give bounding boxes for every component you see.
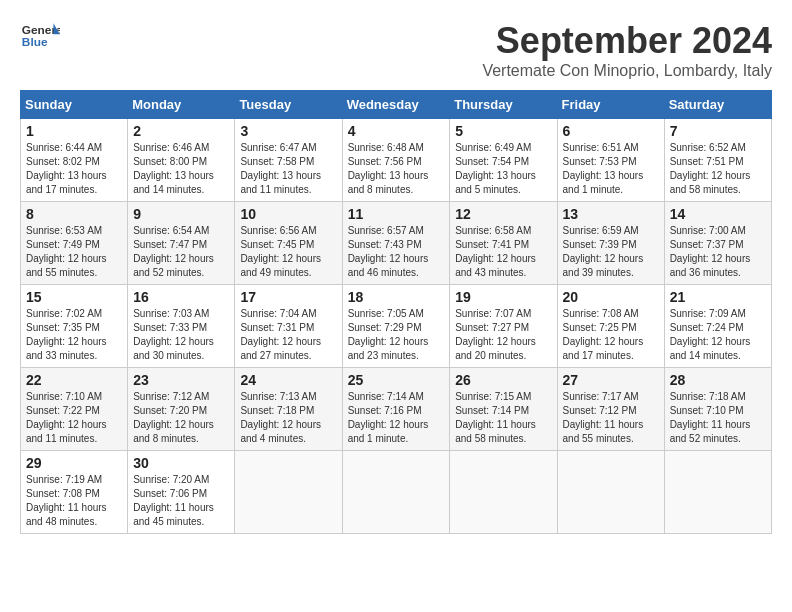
day-number: 15: [26, 289, 122, 305]
day-number: 2: [133, 123, 229, 139]
week-row-2: 8Sunrise: 6:53 AM Sunset: 7:49 PM Daylig…: [21, 202, 772, 285]
calendar-table: SundayMondayTuesdayWednesdayThursdayFrid…: [20, 90, 772, 534]
day-number: 9: [133, 206, 229, 222]
calendar-cell: 24Sunrise: 7:13 AM Sunset: 7:18 PM Dayli…: [235, 368, 342, 451]
calendar-cell: 12Sunrise: 6:58 AM Sunset: 7:41 PM Dayli…: [450, 202, 557, 285]
day-info: Sunrise: 7:04 AM Sunset: 7:31 PM Dayligh…: [240, 307, 336, 363]
day-info: Sunrise: 7:14 AM Sunset: 7:16 PM Dayligh…: [348, 390, 445, 446]
month-title: September 2024: [482, 20, 772, 62]
day-info: Sunrise: 6:58 AM Sunset: 7:41 PM Dayligh…: [455, 224, 551, 280]
calendar-cell: [235, 451, 342, 534]
day-number: 29: [26, 455, 122, 471]
day-info: Sunrise: 7:15 AM Sunset: 7:14 PM Dayligh…: [455, 390, 551, 446]
day-info: Sunrise: 7:07 AM Sunset: 7:27 PM Dayligh…: [455, 307, 551, 363]
day-info: Sunrise: 7:17 AM Sunset: 7:12 PM Dayligh…: [563, 390, 659, 446]
calendar-cell: 13Sunrise: 6:59 AM Sunset: 7:39 PM Dayli…: [557, 202, 664, 285]
day-info: Sunrise: 7:10 AM Sunset: 7:22 PM Dayligh…: [26, 390, 122, 446]
day-number: 30: [133, 455, 229, 471]
day-info: Sunrise: 7:20 AM Sunset: 7:06 PM Dayligh…: [133, 473, 229, 529]
calendar-cell: 26Sunrise: 7:15 AM Sunset: 7:14 PM Dayli…: [450, 368, 557, 451]
week-row-4: 22Sunrise: 7:10 AM Sunset: 7:22 PM Dayli…: [21, 368, 772, 451]
weekday-header-wednesday: Wednesday: [342, 91, 450, 119]
weekday-header-monday: Monday: [128, 91, 235, 119]
day-number: 14: [670, 206, 766, 222]
day-info: Sunrise: 6:44 AM Sunset: 8:02 PM Dayligh…: [26, 141, 122, 197]
day-info: Sunrise: 7:02 AM Sunset: 7:35 PM Dayligh…: [26, 307, 122, 363]
day-number: 18: [348, 289, 445, 305]
location-title: Vertemate Con Minoprio, Lombardy, Italy: [482, 62, 772, 80]
calendar-cell: 30Sunrise: 7:20 AM Sunset: 7:06 PM Dayli…: [128, 451, 235, 534]
day-number: 7: [670, 123, 766, 139]
day-info: Sunrise: 6:48 AM Sunset: 7:56 PM Dayligh…: [348, 141, 445, 197]
day-info: Sunrise: 7:12 AM Sunset: 7:20 PM Dayligh…: [133, 390, 229, 446]
day-number: 12: [455, 206, 551, 222]
day-number: 21: [670, 289, 766, 305]
calendar-cell: 5Sunrise: 6:49 AM Sunset: 7:54 PM Daylig…: [450, 119, 557, 202]
day-info: Sunrise: 7:05 AM Sunset: 7:29 PM Dayligh…: [348, 307, 445, 363]
day-info: Sunrise: 7:13 AM Sunset: 7:18 PM Dayligh…: [240, 390, 336, 446]
day-info: Sunrise: 6:51 AM Sunset: 7:53 PM Dayligh…: [563, 141, 659, 197]
day-number: 3: [240, 123, 336, 139]
day-number: 27: [563, 372, 659, 388]
calendar-cell: 8Sunrise: 6:53 AM Sunset: 7:49 PM Daylig…: [21, 202, 128, 285]
day-info: Sunrise: 7:00 AM Sunset: 7:37 PM Dayligh…: [670, 224, 766, 280]
calendar-cell: 11Sunrise: 6:57 AM Sunset: 7:43 PM Dayli…: [342, 202, 450, 285]
calendar-cell: 18Sunrise: 7:05 AM Sunset: 7:29 PM Dayli…: [342, 285, 450, 368]
day-number: 11: [348, 206, 445, 222]
day-number: 19: [455, 289, 551, 305]
day-number: 24: [240, 372, 336, 388]
day-info: Sunrise: 6:49 AM Sunset: 7:54 PM Dayligh…: [455, 141, 551, 197]
weekday-header-tuesday: Tuesday: [235, 91, 342, 119]
day-info: Sunrise: 6:57 AM Sunset: 7:43 PM Dayligh…: [348, 224, 445, 280]
day-number: 23: [133, 372, 229, 388]
day-info: Sunrise: 7:18 AM Sunset: 7:10 PM Dayligh…: [670, 390, 766, 446]
day-info: Sunrise: 7:19 AM Sunset: 7:08 PM Dayligh…: [26, 473, 122, 529]
week-row-5: 29Sunrise: 7:19 AM Sunset: 7:08 PM Dayli…: [21, 451, 772, 534]
day-info: Sunrise: 7:03 AM Sunset: 7:33 PM Dayligh…: [133, 307, 229, 363]
calendar-cell: [342, 451, 450, 534]
title-section: September 2024 Vertemate Con Minoprio, L…: [482, 20, 772, 80]
day-number: 5: [455, 123, 551, 139]
calendar-cell: 22Sunrise: 7:10 AM Sunset: 7:22 PM Dayli…: [21, 368, 128, 451]
calendar-cell: 9Sunrise: 6:54 AM Sunset: 7:47 PM Daylig…: [128, 202, 235, 285]
day-info: Sunrise: 7:08 AM Sunset: 7:25 PM Dayligh…: [563, 307, 659, 363]
calendar-cell: [664, 451, 771, 534]
calendar-cell: 3Sunrise: 6:47 AM Sunset: 7:58 PM Daylig…: [235, 119, 342, 202]
calendar-cell: 23Sunrise: 7:12 AM Sunset: 7:20 PM Dayli…: [128, 368, 235, 451]
day-info: Sunrise: 6:52 AM Sunset: 7:51 PM Dayligh…: [670, 141, 766, 197]
calendar-cell: 6Sunrise: 6:51 AM Sunset: 7:53 PM Daylig…: [557, 119, 664, 202]
day-info: Sunrise: 6:56 AM Sunset: 7:45 PM Dayligh…: [240, 224, 336, 280]
calendar-cell: 14Sunrise: 7:00 AM Sunset: 7:37 PM Dayli…: [664, 202, 771, 285]
calendar-cell: 1Sunrise: 6:44 AM Sunset: 8:02 PM Daylig…: [21, 119, 128, 202]
calendar-cell: 21Sunrise: 7:09 AM Sunset: 7:24 PM Dayli…: [664, 285, 771, 368]
weekday-header-thursday: Thursday: [450, 91, 557, 119]
calendar-cell: 7Sunrise: 6:52 AM Sunset: 7:51 PM Daylig…: [664, 119, 771, 202]
page-header: General Blue September 2024 Vertemate Co…: [20, 20, 772, 80]
calendar-cell: [557, 451, 664, 534]
day-info: Sunrise: 6:54 AM Sunset: 7:47 PM Dayligh…: [133, 224, 229, 280]
calendar-cell: 28Sunrise: 7:18 AM Sunset: 7:10 PM Dayli…: [664, 368, 771, 451]
calendar-cell: 2Sunrise: 6:46 AM Sunset: 8:00 PM Daylig…: [128, 119, 235, 202]
day-number: 26: [455, 372, 551, 388]
day-number: 25: [348, 372, 445, 388]
day-info: Sunrise: 6:46 AM Sunset: 8:00 PM Dayligh…: [133, 141, 229, 197]
day-number: 10: [240, 206, 336, 222]
day-number: 4: [348, 123, 445, 139]
calendar-cell: [450, 451, 557, 534]
day-number: 16: [133, 289, 229, 305]
day-info: Sunrise: 6:47 AM Sunset: 7:58 PM Dayligh…: [240, 141, 336, 197]
calendar-cell: 25Sunrise: 7:14 AM Sunset: 7:16 PM Dayli…: [342, 368, 450, 451]
calendar-cell: 19Sunrise: 7:07 AM Sunset: 7:27 PM Dayli…: [450, 285, 557, 368]
logo: General Blue: [20, 20, 60, 50]
day-number: 17: [240, 289, 336, 305]
weekday-header-row: SundayMondayTuesdayWednesdayThursdayFrid…: [21, 91, 772, 119]
calendar-cell: 10Sunrise: 6:56 AM Sunset: 7:45 PM Dayli…: [235, 202, 342, 285]
day-number: 8: [26, 206, 122, 222]
calendar-cell: 15Sunrise: 7:02 AM Sunset: 7:35 PM Dayli…: [21, 285, 128, 368]
svg-text:Blue: Blue: [22, 35, 48, 49]
day-number: 28: [670, 372, 766, 388]
calendar-cell: 27Sunrise: 7:17 AM Sunset: 7:12 PM Dayli…: [557, 368, 664, 451]
logo-icon: General Blue: [20, 20, 60, 50]
calendar-cell: 20Sunrise: 7:08 AM Sunset: 7:25 PM Dayli…: [557, 285, 664, 368]
calendar-cell: 17Sunrise: 7:04 AM Sunset: 7:31 PM Dayli…: [235, 285, 342, 368]
